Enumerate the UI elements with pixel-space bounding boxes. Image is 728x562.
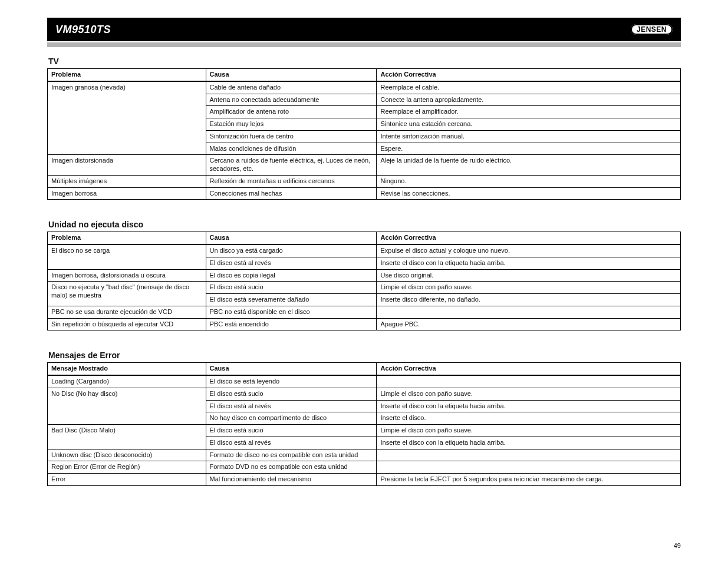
cell-cause: Sintonización fuera de centro: [206, 130, 377, 143]
table-header-row: Problema Causa Acción Correctiva: [48, 69, 681, 81]
cell-cause: No hay disco en compartimento de disco: [206, 412, 377, 425]
cell-action: Inserte el disco con la etiqueta hacia a…: [377, 437, 681, 449]
cell-cause: Formato de disco no es compatible con es…: [206, 449, 377, 461]
cell-cause: Estación muy lejos: [206, 118, 377, 131]
cell-cause: Formato DVD no es compatible con esta un…: [206, 461, 377, 474]
cell-cause: PBC está encendido: [206, 318, 377, 330]
cell-cause: Reflexión de montañas u edificios cercan…: [206, 175, 377, 187]
table-row: Imagen borrosa, distorsionada u oscuraEl…: [48, 269, 681, 282]
section-heading-codes: Mensajes de Error: [48, 351, 681, 360]
cell-cause: Malas condiciones de difusión: [206, 143, 377, 155]
col-header: Problema: [48, 69, 206, 81]
divider-strip: [47, 42, 681, 47]
cell-problem: Sin repetición o búsqueda al ejecutar VC…: [48, 318, 206, 330]
cell-cause: El disco es copia ilegal: [206, 269, 377, 282]
header-bar: VM9510TS JENSEN: [47, 18, 681, 41]
cell-action: Inserte el disco con la etiqueta hacia a…: [377, 400, 681, 412]
cell-cause: El disco está al revés: [206, 257, 377, 269]
table-header-row: Problema Causa Acción Correctiva: [48, 232, 681, 244]
col-header: Mensaje Mostrado: [48, 363, 206, 375]
table-row: Imagen borrosaConecciones mal hechasRevi…: [48, 187, 681, 200]
table-row: Disco no ejecuta y "bad disc" (mensaje d…: [48, 282, 681, 294]
cell-action: Aleje la unidad de la fuente de ruido el…: [377, 155, 681, 176]
cell-action: Expulse el disco actual y coloque uno nu…: [377, 244, 681, 257]
table-row: Region Error (Error de Región)Formato DV…: [48, 461, 681, 474]
product-title: VM9510TS: [55, 24, 111, 36]
cell-cause: Un disco ya está cargado: [206, 244, 377, 257]
table-header-row: Mensaje Mostrado Causa Acción Correctiva: [48, 363, 681, 375]
table-row: Imagen distorsionadaCercano a ruidos de …: [48, 155, 681, 176]
table-cd: Problema Causa Acción Correctiva El disc…: [47, 232, 681, 330]
brand-logo: JENSEN: [631, 24, 673, 35]
table-row: Loading (Cargando)El disco se está leyen…: [48, 375, 681, 388]
cell-action: Sintonice una estación cercana.: [377, 118, 681, 131]
cell-action: Apague PBC.: [377, 318, 681, 330]
table-tv: Problema Causa Acción Correctiva Imagen …: [47, 68, 681, 200]
table-row: Múltiples imágenesReflexión de montañas …: [48, 175, 681, 187]
section-heading-tv: TV: [48, 57, 681, 66]
cell-action: Inserte el disco con la etiqueta hacia a…: [377, 257, 681, 269]
table-row: PBC no se usa durante ejecución de VCDPB…: [48, 306, 681, 318]
cell-action: [377, 449, 681, 461]
cell-action: Espere.: [377, 143, 681, 155]
cell-problem: El disco no se carga: [48, 244, 206, 269]
cell-problem: Unknown disc (Disco desconocido): [48, 449, 206, 461]
cell-action: Use disco original.: [377, 269, 681, 282]
col-header: Problema: [48, 232, 206, 244]
cell-cause: El disco está al revés: [206, 400, 377, 412]
table-row: No Disc (No hay disco)El disco está suci…: [48, 388, 681, 400]
cell-problem: Imagen granosa (nevada): [48, 81, 206, 155]
cell-cause: Conecciones mal hechas: [206, 187, 377, 200]
table-row: Imagen granosa (nevada)Cable de antena d…: [48, 81, 681, 94]
cell-problem: No Disc (No hay disco): [48, 388, 206, 424]
table-row: Sin repetición o búsqueda al ejecutar VC…: [48, 318, 681, 330]
table-row: Bad Disc (Disco Malo)El disco está sucio…: [48, 425, 681, 437]
cell-problem: Error: [48, 474, 206, 486]
cell-action: Limpie el disco con paño suave.: [377, 425, 681, 437]
cell-action: Conecte la antena apropiadamente.: [377, 94, 681, 106]
cell-problem: Imagen distorsionada: [48, 155, 206, 176]
cell-problem: Bad Disc (Disco Malo): [48, 425, 206, 449]
cell-action: Revise las conecciones.: [377, 187, 681, 200]
cell-problem: Disco no ejecuta y "bad disc" (mensaje d…: [48, 282, 206, 306]
cell-problem: Region Error (Error de Región): [48, 461, 206, 474]
table-row: El disco no se cargaUn disco ya está car…: [48, 244, 681, 257]
col-header: Causa: [206, 232, 377, 244]
cell-action: [377, 461, 681, 474]
table-row: ErrorMal funcionamiento del mecanismoPre…: [48, 474, 681, 486]
cell-problem: Imagen borrosa, distorsionada u oscura: [48, 269, 206, 282]
cell-action: Intente sintonización manual.: [377, 130, 681, 143]
cell-cause: Cercano a ruidos de fuente eléctrica, ej…: [206, 155, 377, 176]
cell-problem: Loading (Cargando): [48, 375, 206, 388]
section-heading-cd: Unidad no ejecuta disco: [48, 220, 681, 229]
cell-cause: El disco está severamente dañado: [206, 294, 377, 306]
cell-action: Inserte disco diferente, no dañado.: [377, 294, 681, 306]
cell-cause: Antena no conectada adecuadamente: [206, 94, 377, 106]
cell-cause: El disco está sucio: [206, 388, 377, 400]
table-codes: Mensaje Mostrado Causa Acción Correctiva…: [47, 362, 681, 486]
cell-action: Presione la tecla EJECT por 5 segundos p…: [377, 474, 681, 486]
cell-cause: El disco está al revés: [206, 437, 377, 449]
col-header: Acción Correctiva: [377, 363, 681, 375]
cell-action: Reemplace el amplificador.: [377, 106, 681, 118]
col-header: Causa: [206, 363, 377, 375]
col-header: Causa: [206, 69, 377, 81]
cell-action: Inserte el disco.: [377, 412, 681, 425]
cell-cause: PBC no está disponible en el disco: [206, 306, 377, 318]
cell-cause: El disco está sucio: [206, 282, 377, 294]
cell-cause: Cable de antena dañado: [206, 81, 377, 94]
col-header: Acción Correctiva: [377, 69, 681, 81]
cell-problem: PBC no se usa durante ejecución de VCD: [48, 306, 206, 318]
cell-action: Ninguno.: [377, 175, 681, 187]
cell-cause: El disco se está leyendo: [206, 375, 377, 388]
page-number: 49: [674, 542, 681, 549]
cell-action: [377, 306, 681, 318]
cell-action: [377, 375, 681, 388]
col-header: Acción Correctiva: [377, 232, 681, 244]
table-row: Unknown disc (Disco desconocido)Formato …: [48, 449, 681, 461]
cell-problem: Imagen borrosa: [48, 187, 206, 200]
cell-action: Limpie el disco con paño suave.: [377, 282, 681, 294]
cell-cause: Mal funcionamiento del mecanismo: [206, 474, 377, 486]
cell-action: Limpie el disco con paño suave.: [377, 388, 681, 400]
cell-action: Reemplace el cable.: [377, 81, 681, 94]
